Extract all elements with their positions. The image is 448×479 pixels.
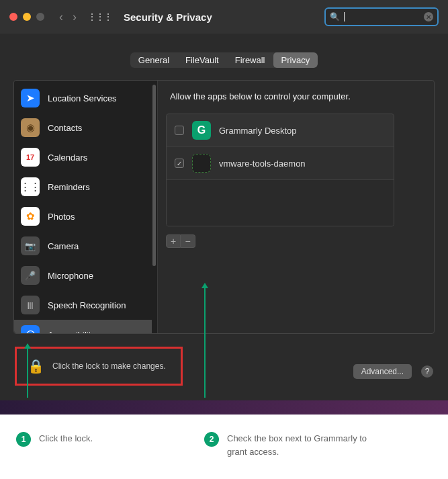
step-text: Check the box next to Grammarly to grant… [227,432,379,458]
sidebar-item-location[interactable]: ➤ Location Services [14,83,152,113]
tab-bar: General FileVault Firewall Privacy [13,52,435,68]
right-panel: Allow the apps below to control your com… [166,81,434,333]
minimize-icon[interactable] [23,13,31,21]
app-row-vmware[interactable]: vmware-tools-daemon [167,147,394,180]
clear-icon[interactable]: ✕ [424,12,433,21]
content-area: General FileVault Firewall Privacy ➤ Loc… [0,34,448,345]
checkbox[interactable] [175,159,184,168]
arrow-1 [27,344,28,398]
sidebar-item-photos[interactable]: ✿ Photos [14,202,152,231]
lock-icon[interactable]: 🔒 [28,358,44,374]
search-icon: 🔍 [330,12,340,21]
sidebar-item-calendars[interactable]: 17 Calendars [14,142,152,172]
allow-text: Allow the apps below to control your com… [170,91,426,101]
sidebar-item-reminders[interactable]: ⋮⋮ Reminders [14,172,152,202]
step-text: Click the lock. [39,432,93,445]
sidebar-item-label: Contacts [48,123,82,133]
microphone-icon: 🎤 [21,266,40,285]
sidebar-item-label: Location Services [48,93,117,103]
app-row-grammarly[interactable]: G Grammarly Desktop [167,114,394,147]
back-button[interactable]: ‹ [59,10,63,24]
arrowhead-icon [201,283,208,288]
privacy-panel: ➤ Location Services ◉ Contacts 17 Calend… [13,80,435,334]
sidebar-item-label: Camera [48,241,79,251]
lock-bar[interactable]: 🔒 Click the lock to make changes. [15,347,183,386]
grid-icon[interactable]: ⋮⋮⋮ [87,11,111,22]
sidebar-item-camera[interactable]: 📷 Camera [14,231,152,261]
tab-filevault[interactable]: FileVault [177,52,227,68]
location-icon: ➤ [21,89,40,107]
sidebar-item-label: Speech Recognition [48,300,126,310]
tab-privacy[interactable]: Privacy [273,52,318,68]
sidebar-item-accessibility[interactable]: ⦿ Accessibility [14,320,152,333]
desktop-strip [0,400,448,415]
add-remove-controls: + − [166,234,426,248]
step-badge: 1 [16,432,31,447]
remove-button[interactable]: − [181,234,195,248]
contacts-icon: ◉ [21,118,40,137]
calendar-icon: 17 [21,148,40,167]
preferences-window: ‹ › ⋮⋮⋮ Security & Privacy 🔍 ✕ General F… [0,0,448,400]
sidebar-item-speech[interactable]: ||| Speech Recognition [14,290,152,320]
instruction-1: 1 Click the lock. [16,432,191,458]
step-badge: 2 [204,432,219,447]
app-list: G Grammarly Desktop vmware-tools-daemon [166,114,394,226]
photos-icon: ✿ [21,207,40,226]
help-button[interactable]: ? [421,365,433,378]
sidebar-item-label: Calendars [48,153,87,163]
app-name: Grammarly Desktop [219,126,297,136]
add-button[interactable]: + [166,234,181,248]
traffic-lights [9,13,44,21]
sidebar-item-label: Photos [48,212,75,222]
sidebar-item-label: Microphone [48,271,93,281]
app-icon: G [192,121,211,140]
checkbox[interactable] [175,126,184,135]
close-icon[interactable] [9,13,17,21]
app-name: vmware-tools-daemon [219,159,306,169]
arrow-2 [204,284,206,398]
scrollbar[interactable] [152,85,156,266]
instruction-2: 2 Check the box next to Grammarly to gra… [204,432,379,458]
speech-icon: ||| [21,296,40,314]
tab-firewall[interactable]: Firewall [227,52,273,68]
sidebar: ➤ Location Services ◉ Contacts 17 Calend… [14,81,158,333]
text-cursor [344,12,345,21]
sidebar-item-label: Accessibility [48,330,95,334]
accessibility-icon: ⦿ [21,325,40,333]
sidebar-item-label: Reminders [48,182,90,192]
titlebar: ‹ › ⋮⋮⋮ Security & Privacy 🔍 ✕ [0,0,448,34]
search-input[interactable]: 🔍 ✕ [324,7,439,26]
app-list-empty [167,180,394,226]
advanced-button[interactable]: Advanced... [353,364,412,379]
reminders-icon: ⋮⋮ [21,177,40,196]
sidebar-item-microphone[interactable]: 🎤 Microphone [14,261,152,290]
maximize-icon [36,13,44,21]
tab-group: General FileVault Firewall Privacy [130,52,318,68]
lock-text: Click the lock to make changes. [52,361,166,371]
sidebar-item-contacts[interactable]: ◉ Contacts [14,113,152,142]
app-icon [192,154,211,173]
arrowhead-icon [24,343,31,349]
instructions: 1 Click the lock. 2 Check the box next t… [0,415,448,472]
tab-general[interactable]: General [130,52,177,68]
forward-button: › [73,10,77,24]
window-title: Security & Privacy [124,11,212,23]
camera-icon: 📷 [21,236,40,255]
